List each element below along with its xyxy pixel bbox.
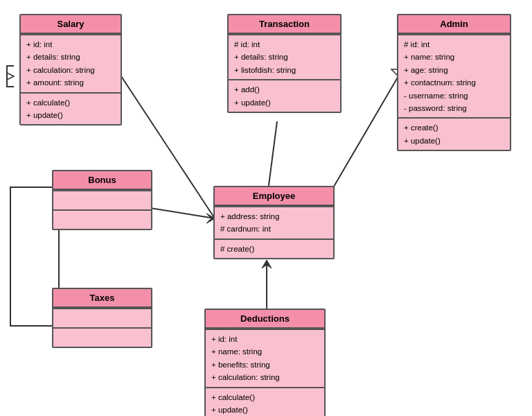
admin-methods: + create() + update() bbox=[398, 117, 510, 150]
admin-header: Admin bbox=[398, 15, 510, 34]
salary-class: Salary + id: int + details: string + cal… bbox=[19, 14, 122, 125]
transaction-header: Transaction bbox=[229, 15, 340, 34]
admin-attributes: # id: int + name: string + age: string +… bbox=[398, 34, 510, 117]
employee-class: Employee + address: string # cardnum: in… bbox=[213, 186, 335, 259]
transaction-attributes: # id: int + details: string + listofdish… bbox=[229, 34, 340, 79]
employee-header: Employee bbox=[215, 187, 333, 206]
svg-marker-13 bbox=[7, 73, 14, 80]
deductions-methods: + calculate() + update() bbox=[206, 387, 324, 416]
uml-diagram: Salary + id: int + details: string + cal… bbox=[0, 0, 532, 416]
taxes-header: Taxes bbox=[53, 289, 151, 308]
bonus-attributes bbox=[53, 190, 151, 209]
deductions-class: Deductions + id: int + name: string + be… bbox=[204, 309, 326, 416]
transaction-methods: + add() + update() bbox=[229, 79, 340, 112]
employee-attributes: + address: string # cardnum: int bbox=[215, 206, 333, 239]
salary-attributes: + id: int + details: string + calculatio… bbox=[21, 34, 121, 92]
taxes-class: Taxes bbox=[52, 288, 152, 348]
deductions-attributes: + id: int + name: string + benefits: str… bbox=[206, 329, 324, 387]
employee-methods: # create() bbox=[215, 239, 333, 258]
salary-methods: + calculate() + update() bbox=[21, 92, 121, 125]
transaction-class: Transaction # id: int + details: string … bbox=[227, 14, 342, 113]
bonus-class: Bonus bbox=[52, 170, 152, 230]
svg-marker-12 bbox=[262, 260, 272, 268]
taxes-attributes bbox=[53, 308, 151, 327]
salary-header: Salary bbox=[21, 15, 121, 34]
admin-class: Admin # id: int + name: string + age: st… bbox=[397, 14, 511, 151]
bonus-header: Bonus bbox=[53, 171, 151, 190]
deductions-header: Deductions bbox=[206, 310, 324, 329]
bonus-methods bbox=[53, 209, 151, 229]
taxes-methods bbox=[53, 327, 151, 347]
